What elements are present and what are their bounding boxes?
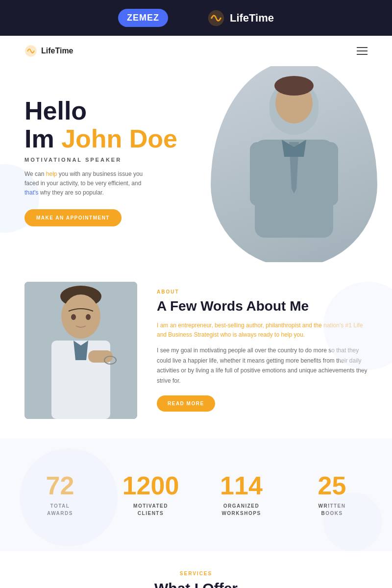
stat-label-workshops: OrganizedWorkshops [206,502,277,517]
hero-intro: Im [24,124,61,153]
stat-label-clients: MOTIVATEDCLIENTS [115,502,186,517]
hamburger-line-1 [357,47,368,48]
hero-name: John Doe [61,124,177,153]
hero-description: We can help you with any business issue … [24,170,152,198]
stat-item-workshops: 114 OrganizedWorkshops [196,463,287,527]
services-heading: What I Offer [24,580,368,588]
about-image-placeholder [24,282,137,419]
appointment-button[interactable]: MAKE AN APPOINTMENT [24,209,122,226]
hero-subtitle: MOTIVATIONAL SPEAKER [24,157,368,163]
lifetime-logo-icon [207,9,225,27]
stat-number-workshops: 114 [206,473,277,498]
stats-blob-right [323,492,382,551]
stat-item-clients: 1200 MOTIVATEDCLIENTS [105,463,196,527]
navbar-logo-text: LifeTime [41,47,74,55]
svg-point-19 [86,314,91,320]
hamburger-line-2 [357,50,368,51]
about-person-silhouette [24,282,137,419]
hamburger-line-3 [357,54,368,55]
svg-point-18 [71,314,76,320]
hero-desc-part1: We can [24,171,46,177]
services-tag: SERVICES [24,571,368,576]
zemez-logo[interactable]: ZEMEZ [118,9,168,27]
services-section: SERVICES What I Offer My solutions are n… [0,551,392,588]
navbar-logo-icon [24,45,37,57]
main-wrapper: LifeTime Hello Im John Doe MOTIVATIONAL … [0,36,392,588]
about-tag: ABOUT [157,289,368,294]
stat-number-clients: 1200 [115,473,186,498]
hero-greeting: Hello [24,97,87,125]
lifetime-logo-top[interactable]: LifeTime [207,9,274,27]
stats-section: 72 TOTALAWARDS 1200 MOTIVATEDCLIENTS 114… [0,439,392,551]
hamburger-menu[interactable] [357,47,368,55]
hero-desc-link: that's [24,189,38,196]
hero-desc-part3: why they are so popular. [38,189,103,196]
hero-desc-highlight: help [46,171,57,177]
svg-point-17 [62,294,99,338]
hero-heading: Hello Im John Doe [24,97,368,153]
hero-text: Hello Im John Doe MOTIVATIONAL SPEAKER W… [24,97,368,227]
top-bar: ZEMEZ LifeTime [0,0,392,36]
navbar: LifeTime [0,36,392,66]
svg-point-8 [274,76,314,96]
about-section: ABOUT A Few Words About Me I am an entre… [0,262,392,439]
lifetime-logo-text: LifeTime [230,12,274,24]
stats-blob-left [20,448,118,546]
about-image [24,282,137,419]
hero-section: Hello Im John Doe MOTIVATIONAL SPEAKER W… [0,66,392,262]
navbar-logo[interactable]: LifeTime [24,45,74,57]
read-more-button[interactable]: READ MORE [157,395,215,412]
